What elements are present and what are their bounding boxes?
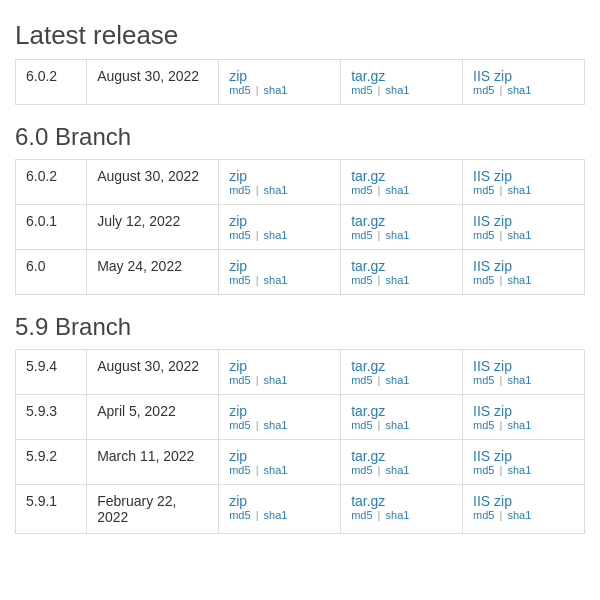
separator: |: [496, 274, 505, 286]
targz-download-link[interactable]: tar.gz: [351, 68, 385, 84]
zip-sha1-link[interactable]: sha1: [264, 184, 288, 196]
download-iiszip-cell: IIS zipmd5 | sha1: [463, 350, 585, 395]
date-cell: May 24, 2022: [87, 250, 219, 295]
zip-checksums: md5 | sha1: [229, 419, 330, 431]
separator: |: [496, 509, 505, 521]
zip-md5-link[interactable]: md5: [229, 374, 250, 386]
targz-sha1-link[interactable]: sha1: [386, 229, 410, 241]
version-cell: 6.0: [16, 250, 87, 295]
zip-download-link[interactable]: zip: [229, 448, 247, 464]
separator: |: [253, 229, 262, 241]
table-row: 6.0.1July 12, 2022zipmd5 | sha1tar.gzmd5…: [16, 205, 585, 250]
zip-checksums: md5 | sha1: [229, 84, 330, 96]
download-zip-cell: zipmd5 | sha1: [219, 395, 341, 440]
zip-md5-link[interactable]: md5: [229, 229, 250, 241]
iiszip-md5-link[interactable]: md5: [473, 274, 494, 286]
version-cell: 6.0.2: [16, 60, 87, 105]
targz-md5-link[interactable]: md5: [351, 374, 372, 386]
iiszip-md5-link[interactable]: md5: [473, 184, 494, 196]
zip-download-link[interactable]: zip: [229, 358, 247, 374]
zip-checksums: md5 | sha1: [229, 374, 330, 386]
zip-md5-link[interactable]: md5: [229, 464, 250, 476]
iiszip-download-link[interactable]: IIS zip: [473, 258, 512, 274]
iiszip-sha1-link[interactable]: sha1: [507, 374, 531, 386]
targz-sha1-link[interactable]: sha1: [386, 509, 410, 521]
targz-md5-link[interactable]: md5: [351, 464, 372, 476]
release-table-1: 6.0.2August 30, 2022zipmd5 | sha1tar.gzm…: [15, 159, 585, 295]
iiszip-sha1-link[interactable]: sha1: [507, 509, 531, 521]
separator: |: [496, 84, 505, 96]
targz-md5-link[interactable]: md5: [351, 274, 372, 286]
iiszip-md5-link[interactable]: md5: [473, 229, 494, 241]
zip-md5-link[interactable]: md5: [229, 274, 250, 286]
targz-download-link[interactable]: tar.gz: [351, 448, 385, 464]
separator: |: [375, 374, 384, 386]
zip-md5-link[interactable]: md5: [229, 184, 250, 196]
targz-sha1-link[interactable]: sha1: [386, 419, 410, 431]
iiszip-md5-link[interactable]: md5: [473, 84, 494, 96]
iiszip-md5-link[interactable]: md5: [473, 374, 494, 386]
targz-download-link[interactable]: tar.gz: [351, 403, 385, 419]
targz-sha1-link[interactable]: sha1: [386, 274, 410, 286]
targz-download-link[interactable]: tar.gz: [351, 213, 385, 229]
iiszip-md5-link[interactable]: md5: [473, 509, 494, 521]
iiszip-sha1-link[interactable]: sha1: [507, 419, 531, 431]
separator: |: [375, 419, 384, 431]
download-targz-cell: tar.gzmd5 | sha1: [341, 160, 463, 205]
table-row: 5.9.2March 11, 2022zipmd5 | sha1tar.gzmd…: [16, 440, 585, 485]
iiszip-checksums: md5 | sha1: [473, 84, 574, 96]
iiszip-md5-link[interactable]: md5: [473, 419, 494, 431]
targz-md5-link[interactable]: md5: [351, 84, 372, 96]
iiszip-sha1-link[interactable]: sha1: [507, 464, 531, 476]
iiszip-download-link[interactable]: IIS zip: [473, 448, 512, 464]
iiszip-sha1-link[interactable]: sha1: [507, 274, 531, 286]
targz-sha1-link[interactable]: sha1: [386, 464, 410, 476]
iiszip-download-link[interactable]: IIS zip: [473, 213, 512, 229]
zip-sha1-link[interactable]: sha1: [264, 419, 288, 431]
iiszip-checksums: md5 | sha1: [473, 229, 574, 241]
zip-download-link[interactable]: zip: [229, 168, 247, 184]
download-iiszip-cell: IIS zipmd5 | sha1: [463, 485, 585, 534]
targz-sha1-link[interactable]: sha1: [386, 374, 410, 386]
zip-download-link[interactable]: zip: [229, 68, 247, 84]
iiszip-download-link[interactable]: IIS zip: [473, 168, 512, 184]
zip-sha1-link[interactable]: sha1: [264, 374, 288, 386]
release-table-0: 6.0.2August 30, 2022zipmd5 | sha1tar.gzm…: [15, 59, 585, 105]
targz-md5-link[interactable]: md5: [351, 509, 372, 521]
zip-sha1-link[interactable]: sha1: [264, 464, 288, 476]
zip-checksums: md5 | sha1: [229, 509, 330, 521]
zip-md5-link[interactable]: md5: [229, 419, 250, 431]
iiszip-download-link[interactable]: IIS zip: [473, 403, 512, 419]
download-targz-cell: tar.gzmd5 | sha1: [341, 205, 463, 250]
table-row: 6.0May 24, 2022zipmd5 | sha1tar.gzmd5 | …: [16, 250, 585, 295]
targz-download-link[interactable]: tar.gz: [351, 358, 385, 374]
zip-md5-link[interactable]: md5: [229, 84, 250, 96]
zip-download-link[interactable]: zip: [229, 403, 247, 419]
iiszip-md5-link[interactable]: md5: [473, 464, 494, 476]
targz-md5-link[interactable]: md5: [351, 229, 372, 241]
targz-sha1-link[interactable]: sha1: [386, 184, 410, 196]
download-zip-cell: zipmd5 | sha1: [219, 250, 341, 295]
zip-download-link[interactable]: zip: [229, 213, 247, 229]
zip-sha1-link[interactable]: sha1: [264, 274, 288, 286]
targz-md5-link[interactable]: md5: [351, 184, 372, 196]
separator: |: [375, 274, 384, 286]
iiszip-download-link[interactable]: IIS zip: [473, 493, 512, 509]
targz-download-link[interactable]: tar.gz: [351, 258, 385, 274]
targz-sha1-link[interactable]: sha1: [386, 84, 410, 96]
iiszip-download-link[interactable]: IIS zip: [473, 68, 512, 84]
targz-download-link[interactable]: tar.gz: [351, 168, 385, 184]
zip-sha1-link[interactable]: sha1: [264, 229, 288, 241]
zip-md5-link[interactable]: md5: [229, 509, 250, 521]
targz-md5-link[interactable]: md5: [351, 419, 372, 431]
targz-download-link[interactable]: tar.gz: [351, 493, 385, 509]
zip-sha1-link[interactable]: sha1: [264, 84, 288, 96]
zip-download-link[interactable]: zip: [229, 493, 247, 509]
iiszip-sha1-link[interactable]: sha1: [507, 184, 531, 196]
iiszip-download-link[interactable]: IIS zip: [473, 358, 512, 374]
zip-sha1-link[interactable]: sha1: [264, 509, 288, 521]
iiszip-sha1-link[interactable]: sha1: [507, 229, 531, 241]
zip-download-link[interactable]: zip: [229, 258, 247, 274]
targz-checksums: md5 | sha1: [351, 374, 452, 386]
iiszip-sha1-link[interactable]: sha1: [507, 84, 531, 96]
